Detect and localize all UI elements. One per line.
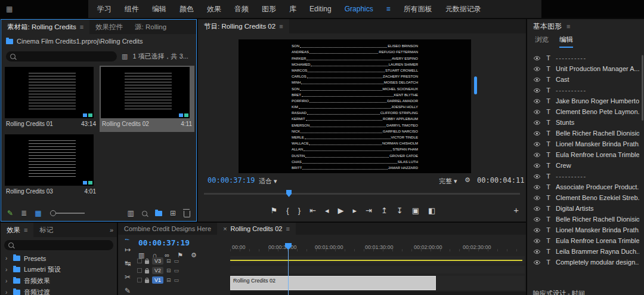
eye-visibility-icon[interactable] bbox=[533, 228, 541, 233]
workspace-metadata-logging[interactable]: 元数据记录 bbox=[439, 4, 488, 14]
track-target-badge[interactable]: V2 bbox=[152, 267, 163, 274]
effects-folder[interactable]: › 音频效果 bbox=[1, 275, 117, 287]
graphics-scrollbar[interactable] bbox=[642, 55, 643, 121]
graphics-layer-row[interactable]: T Cast bbox=[527, 74, 644, 85]
timeline-current-timecode[interactable]: 00:00:37:19 bbox=[138, 238, 190, 247]
eye-visibility-icon[interactable] bbox=[533, 131, 541, 136]
tab-source-monitor[interactable]: 源: Rolling bbox=[129, 20, 172, 34]
graphics-layer-row[interactable]: T Associate Producer Product... bbox=[527, 182, 644, 192]
panel-menu-icon[interactable]: ≡ bbox=[24, 226, 27, 233]
export-frame-button[interactable]: ▣ bbox=[412, 206, 419, 215]
track-v2[interactable] bbox=[230, 266, 525, 274]
workspace-editing[interactable]: Editing bbox=[303, 5, 338, 13]
comparison-view-button[interactable]: ◧ bbox=[428, 206, 435, 215]
lock-icon[interactable] bbox=[145, 270, 149, 274]
eye-visibility-icon[interactable] bbox=[533, 249, 541, 254]
thumbnail-zoom-slider[interactable] bbox=[51, 213, 85, 214]
close-icon[interactable]: × bbox=[223, 225, 227, 232]
workspace-effects[interactable]: 效果 bbox=[200, 4, 228, 14]
graphics-layer-row[interactable]: T Eula Renfroe Lorena Trimble... bbox=[527, 235, 644, 246]
track-output-icon[interactable]: ⊟ bbox=[166, 258, 171, 264]
track-option-icon[interactable]: ▭ bbox=[174, 277, 179, 283]
tab-edit[interactable]: 编辑 bbox=[559, 35, 573, 48]
eye-visibility-icon[interactable] bbox=[533, 152, 541, 158]
eye-visibility-icon[interactable] bbox=[533, 66, 541, 72]
timeline-settings-icon[interactable]: ⚙ bbox=[191, 251, 197, 259]
extract-button[interactable]: ↧ bbox=[397, 206, 403, 215]
graphics-layer-row[interactable]: T Unit Production Manager A... bbox=[527, 63, 644, 74]
bin-item[interactable]: Rolling Credits 01 43:14 bbox=[4, 66, 98, 132]
track-header-v3[interactable]: V3 ⊟ ▭ bbox=[137, 257, 179, 265]
effects-folder[interactable]: › Presets bbox=[1, 253, 117, 264]
track-output-icon[interactable]: ⊟ bbox=[166, 277, 171, 283]
graphics-layer-row[interactable]: T Crew bbox=[527, 160, 644, 171]
eye-visibility-icon[interactable] bbox=[533, 56, 541, 61]
track-header-v2[interactable]: V2 ⊟ ▭ bbox=[137, 267, 179, 274]
graphics-layer-row[interactable]: T Digital Artists bbox=[527, 203, 644, 214]
workspace-learning[interactable]: 学习 bbox=[91, 4, 118, 14]
sync-lock-toggle[interactable] bbox=[137, 259, 142, 263]
track-header-v1[interactable]: V1 ⊟ ▭ bbox=[137, 276, 179, 284]
eye-visibility-icon[interactable] bbox=[533, 195, 541, 201]
eye-visibility-icon[interactable] bbox=[533, 142, 541, 147]
new-bin-button[interactable] bbox=[155, 211, 162, 216]
playback-resolution-select[interactable]: 完整 ▾ bbox=[439, 177, 457, 186]
project-writable-icon[interactable]: ✎ bbox=[7, 209, 13, 217]
tab-markers[interactable]: 标记 bbox=[33, 223, 59, 237]
tab-browse[interactable]: 浏览 bbox=[535, 35, 549, 48]
monitor-settings-icon[interactable]: ⚙ bbox=[465, 176, 470, 184]
add-marker-button[interactable]: ⚑ bbox=[271, 206, 278, 215]
graphics-layer-row[interactable]: T Clement Beno Pete Laymon... bbox=[527, 106, 644, 117]
track-select-tool[interactable]: ↦ bbox=[125, 245, 131, 254]
workspace-libraries[interactable]: 库 bbox=[283, 4, 303, 14]
effects-search-input[interactable] bbox=[4, 240, 113, 250]
find-button[interactable] bbox=[142, 211, 147, 216]
expand-chevron-icon[interactable]: › bbox=[5, 266, 10, 273]
play-button[interactable]: ▶ bbox=[338, 206, 343, 215]
v3-clip-bar[interactable] bbox=[230, 260, 522, 261]
monitor-scrubber[interactable] bbox=[204, 193, 520, 195]
bin-item[interactable]: Rolling Credits 02 4:11 bbox=[100, 66, 194, 132]
graphics-layer-row[interactable]: T Completely modular design... bbox=[527, 257, 644, 268]
delete-button[interactable] bbox=[184, 211, 190, 217]
workspace-graphics[interactable]: Graphics bbox=[338, 5, 380, 13]
expand-chevron-icon[interactable]: › bbox=[5, 278, 10, 284]
eye-visibility-icon[interactable] bbox=[533, 238, 541, 244]
breadcrumb[interactable]: Cinema Film Credits1.prproj\Rolling Cred… bbox=[1, 34, 196, 48]
graphics-layer-row[interactable]: T Jake Bruno Roger Humberto... bbox=[527, 96, 644, 106]
program-current-timecode[interactable]: 00:00:37:19 bbox=[208, 176, 255, 185]
workspace-graphics-zh[interactable]: 图形 bbox=[255, 4, 283, 14]
tab-program-monitor[interactable]: 节目: Rolling Credits 02 ≡ bbox=[198, 19, 289, 33]
panel-menu-icon[interactable]: ≡ bbox=[279, 23, 283, 30]
eye-visibility-icon[interactable] bbox=[533, 185, 541, 190]
workspace-editing-zh[interactable]: 编辑 bbox=[145, 4, 173, 14]
graphics-layer-row[interactable]: T Leila Brammer Rayna Duch... bbox=[527, 246, 644, 257]
track-target-badge[interactable]: V1 bbox=[152, 276, 163, 284]
tab-effects[interactable]: 效果 ≡ bbox=[1, 223, 33, 237]
step-back-button[interactable]: ◂ bbox=[325, 206, 329, 215]
tab-sequence-combine[interactable]: Combine Credit Designs Here bbox=[118, 223, 217, 235]
graphics-layer-row[interactable]: T ---------- bbox=[527, 53, 644, 63]
go-to-out-button[interactable]: ⇥ bbox=[366, 206, 372, 215]
effects-folder[interactable]: › Lumetri 预设 bbox=[1, 264, 117, 275]
graphics-layer-row[interactable]: T Clement Beno Ezekiel Streb... bbox=[527, 192, 644, 203]
workspace-overflow-icon[interactable]: ≡ bbox=[380, 5, 397, 13]
selection-tool[interactable] bbox=[125, 239, 131, 240]
graphics-layer-row[interactable]: T Eula Renfroe Lorena Trimble... bbox=[527, 149, 644, 160]
tab-bin-rolling-credits[interactable]: 素材箱: Rolling Credits ≡ bbox=[1, 20, 89, 34]
mark-out-button[interactable]: } bbox=[298, 206, 301, 215]
lock-icon[interactable] bbox=[145, 279, 149, 283]
button-editor-plus[interactable]: + bbox=[513, 205, 519, 215]
eye-visibility-icon[interactable] bbox=[533, 260, 541, 265]
lift-button[interactable]: ↥ bbox=[381, 206, 388, 215]
eye-visibility-icon[interactable] bbox=[533, 120, 541, 125]
graphics-layer-row[interactable]: T Lionel Mansker Brinda Prath... bbox=[527, 225, 644, 235]
eye-visibility-icon[interactable] bbox=[533, 174, 541, 179]
expand-chevron-icon[interactable]: › bbox=[5, 255, 10, 262]
app-icon[interactable]: ▦ bbox=[0, 0, 88, 18]
eye-visibility-icon[interactable] bbox=[533, 163, 541, 168]
lock-icon[interactable] bbox=[145, 260, 149, 264]
sync-lock-toggle[interactable] bbox=[137, 268, 142, 273]
timeline-clip[interactable]: Rolling Credits 02 bbox=[230, 276, 436, 290]
ripple-edit-tool[interactable]: ↹ bbox=[125, 259, 131, 268]
